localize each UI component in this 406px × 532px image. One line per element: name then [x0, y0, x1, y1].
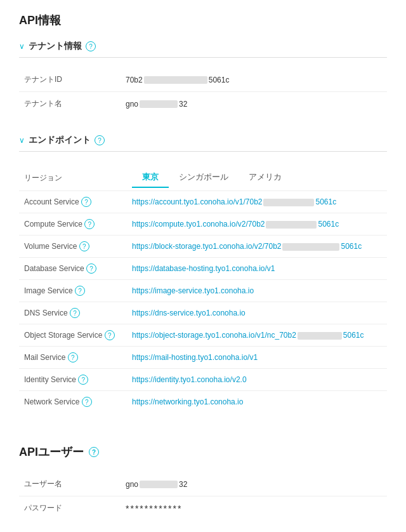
- page-title: API情報: [19, 13, 387, 28]
- tab-tokyo[interactable]: 東京: [132, 168, 169, 188]
- account-service-label: Account Service: [24, 197, 79, 206]
- mail-service-url: https://mail-hosting.tyo1.conoha.io/v1: [127, 347, 387, 369]
- tenant-name-masked: [140, 100, 178, 108]
- compute-service-url: https://compute.tyo1.conoha.io/v2/70b250…: [127, 213, 387, 236]
- table-row: Compute Service ? https://compute.tyo1.c…: [19, 213, 387, 236]
- endpoint-table: リージョン 東京 シンガポール アメリカ Account Service ? h…: [19, 162, 387, 413]
- object-storage-service-label: Object Storage Service: [24, 331, 102, 340]
- table-row: Account Service ? https://account.tyo1.c…: [19, 191, 387, 213]
- username-label: ユーザー名: [19, 472, 121, 496]
- account-service-help-icon[interactable]: ?: [81, 197, 91, 207]
- network-service-url: https://networking.tyo1.conoha.io: [127, 391, 387, 413]
- image-service-help-icon[interactable]: ?: [75, 286, 85, 296]
- identity-service-help-icon[interactable]: ?: [78, 375, 88, 385]
- volume-service-label: Volume Service: [24, 242, 77, 251]
- region-tabs: 東京 シンガポール アメリカ: [132, 168, 382, 188]
- api-user-help-icon[interactable]: ?: [89, 447, 99, 457]
- tenant-id-value: 70b25061c: [121, 68, 387, 92]
- dns-service-url: https://dns-service.tyo1.conoha.io: [127, 302, 387, 324]
- dns-service-help-icon[interactable]: ?: [70, 308, 80, 318]
- account-service-url: https://account.tyo1.conoha.io/v1/70b250…: [127, 191, 387, 213]
- table-row: ユーザー名 gno32: [19, 472, 387, 496]
- image-service-url: https://image-service.tyo1.conoha.io: [127, 280, 387, 302]
- object-storage-service-help-icon[interactable]: ?: [105, 330, 115, 340]
- tenant-section-title: テナント情報: [29, 41, 82, 52]
- volume-service-url: https://block-storage.tyo1.conoha.io/v2/…: [127, 236, 387, 258]
- table-row: Network Service ? https://networking.tyo…: [19, 391, 387, 413]
- table-row: Identity Service ? https://identity.tyo1…: [19, 369, 387, 391]
- tenant-name-label: テナント名: [19, 92, 121, 116]
- table-row: Database Service ? https://database-host…: [19, 258, 387, 280]
- region-row: リージョン 東京 シンガポール アメリカ: [19, 162, 387, 191]
- database-service-help-icon[interactable]: ?: [86, 263, 96, 274]
- network-service-help-icon[interactable]: ?: [82, 397, 92, 407]
- endpoint-section-header: ∨ エンドポイント ?: [19, 135, 387, 152]
- table-row: パスワード ************: [19, 496, 387, 521]
- username-masked: [140, 481, 178, 488]
- table-row: テナント名 gno32: [19, 92, 387, 116]
- mail-service-label: Mail Service: [24, 353, 65, 362]
- mail-service-help-icon[interactable]: ?: [68, 352, 78, 362]
- tenant-id-label: テナントID: [19, 68, 121, 92]
- endpoint-help-icon[interactable]: ?: [95, 135, 105, 145]
- tab-america[interactable]: アメリカ: [239, 168, 292, 188]
- api-user-section: APIユーザー ? ユーザー名 gno32 パスワード ************: [19, 444, 387, 520]
- api-user-table: ユーザー名 gno32 パスワード ************: [19, 472, 387, 520]
- tenant-help-icon[interactable]: ?: [86, 41, 96, 51]
- tenant-name-value: gno32: [121, 92, 387, 116]
- image-service-label: Image Service: [24, 286, 73, 295]
- api-user-section-title: APIユーザー ?: [19, 444, 387, 460]
- table-row: DNS Service ? https://dns-service.tyo1.c…: [19, 302, 387, 324]
- tenant-section: ∨ テナント情報 ? テナントID 70b25061c テナント名 gno32: [19, 41, 387, 116]
- table-row: Volume Service ? https://block-storage.t…: [19, 236, 387, 258]
- tenant-collapse-icon[interactable]: ∨: [19, 42, 25, 51]
- tenant-info-table: テナントID 70b25061c テナント名 gno32: [19, 68, 387, 116]
- table-row: テナントID 70b25061c: [19, 68, 387, 92]
- compute-service-label: Compute Service: [24, 220, 82, 229]
- network-service-label: Network Service: [24, 397, 79, 406]
- table-row: Image Service ? https://image-service.ty…: [19, 280, 387, 302]
- password-value: ************: [121, 496, 387, 521]
- tab-singapore[interactable]: シンガポール: [169, 168, 239, 188]
- identity-service-label: Identity Service: [24, 375, 76, 384]
- tenant-id-masked: [144, 76, 207, 84]
- tenant-section-header: ∨ テナント情報 ?: [19, 41, 387, 58]
- table-row: Object Storage Service ? https://object-…: [19, 324, 387, 347]
- dns-service-label: DNS Service: [24, 309, 68, 317]
- endpoint-section-title: エンドポイント: [29, 135, 91, 146]
- object-storage-service-url: https://object-storage.tyo1.conoha.io/v1…: [127, 324, 387, 347]
- database-service-label: Database Service: [24, 264, 84, 273]
- endpoint-section: ∨ エンドポイント ? リージョン 東京 シンガポール アメリカ Account…: [19, 135, 387, 413]
- region-label: リージョン: [19, 162, 127, 191]
- endpoint-collapse-icon[interactable]: ∨: [19, 136, 25, 145]
- volume-service-help-icon[interactable]: ?: [79, 241, 89, 251]
- password-label: パスワード: [19, 496, 121, 521]
- compute-service-help-icon[interactable]: ?: [84, 219, 95, 229]
- table-row: Mail Service ? https://mail-hosting.tyo1…: [19, 347, 387, 369]
- identity-service-url: https://identity.tyo1.conoha.io/v2.0: [127, 369, 387, 391]
- username-value: gno32: [121, 472, 387, 496]
- database-service-url: https://database-hosting.tyo1.conoha.io/…: [127, 258, 387, 280]
